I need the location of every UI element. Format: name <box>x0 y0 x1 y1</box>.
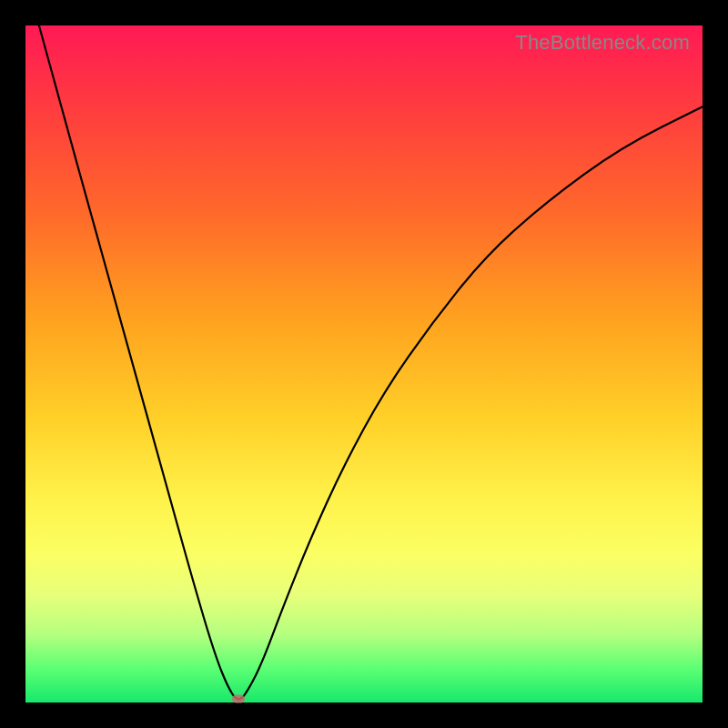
optimum-marker <box>232 695 245 703</box>
chart-frame: TheBottleneck.com <box>0 0 728 728</box>
plot-area: TheBottleneck.com <box>25 25 703 703</box>
bottleneck-curve <box>25 25 703 703</box>
